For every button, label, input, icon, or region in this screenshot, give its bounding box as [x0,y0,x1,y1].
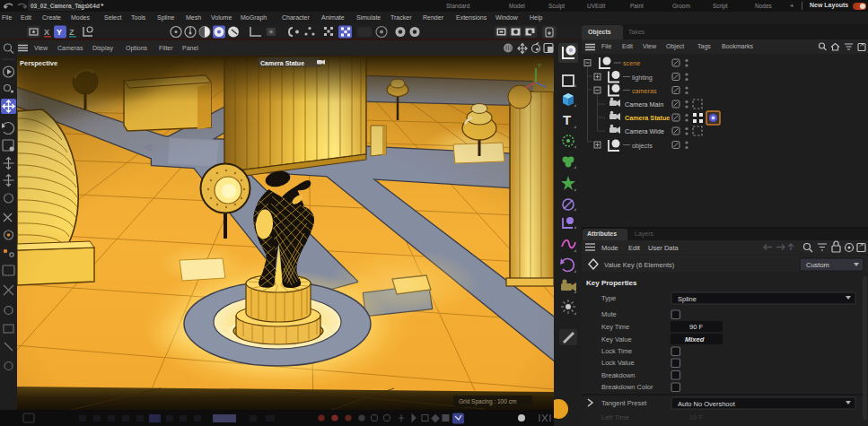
svg-text:objects: objects [632,142,653,150]
svg-text:User Data: User Data [648,244,679,252]
svg-text:Y: Y [57,28,62,37]
svg-text:Camera Main: Camera Main [625,100,663,109]
svg-text:Lock Time: Lock Time [601,347,632,355]
svg-text:Grid Spacing : 100 cm: Grid Spacing : 100 cm [459,398,516,405]
svg-text:Y: Y [538,63,541,68]
svg-text:Custom: Custom [806,261,829,269]
svg-text:Camera Wide: Camera Wide [625,127,664,135]
svg-text:Key Properties: Key Properties [586,279,637,287]
svg-text:Value Key (6 Elements): Value Key (6 Elements) [604,261,675,269]
svg-text:90 F: 90 F [689,323,703,331]
svg-text:Mode: Mode [601,244,618,252]
svg-text:Perspective: Perspective [20,59,57,67]
svg-text:Edit: Edit [628,244,641,252]
svg-text:Key Value: Key Value [601,335,632,343]
svg-text:Left Time: Left Time [601,413,629,422]
svg-text:Tangent Preset: Tangent Preset [601,399,647,407]
svg-text:scene: scene [623,59,640,67]
svg-text:Auto No Overshoot: Auto No Overshoot [678,400,736,408]
svg-text:Key Time: Key Time [601,323,629,331]
svg-text:Type: Type [601,294,616,302]
svg-text:T: T [563,112,571,127]
svg-text:Spline: Spline [678,295,697,303]
svg-text:Z: Z [69,28,75,37]
svg-text:Breakdown: Breakdown [601,371,636,379]
svg-text:Mute: Mute [601,310,617,318]
svg-text:10 F: 10 F [689,413,703,422]
svg-text:Mixed: Mixed [685,335,705,343]
svg-text:Camera Statue: Camera Statue [625,114,670,122]
svg-text:Breakdown Color: Breakdown Color [601,383,653,391]
svg-text:X: X [44,28,49,37]
svg-text:Lock Value: Lock Value [601,359,635,367]
svg-text:lighting: lighting [632,74,653,82]
svg-text:Camera Statue: Camera Statue [260,60,304,66]
svg-text:cameras: cameras [632,87,657,95]
